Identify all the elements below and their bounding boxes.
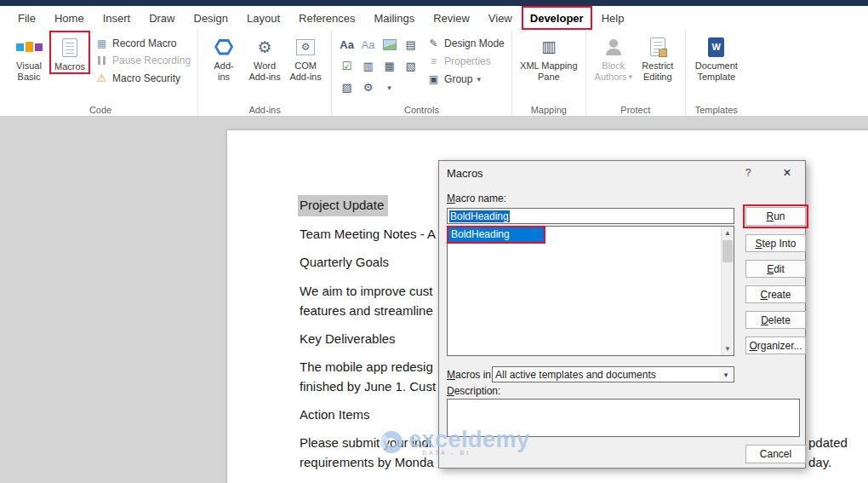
- cancel-button[interactable]: Cancel: [745, 445, 806, 463]
- create-button[interactable]: Create: [745, 285, 806, 303]
- block-authors-chevron-icon: ▾: [628, 72, 632, 83]
- watermark-brand: exceldemy: [408, 427, 530, 452]
- doc-line: The mobile app redesig: [300, 359, 433, 376]
- ribbon-group-addins: Add- ins ⚙ Word Add-ins ⚙ COM Add-ins Ad…: [198, 30, 332, 116]
- doc-heading-selected: Project Update: [300, 195, 388, 216]
- block-authors-icon: [609, 36, 618, 58]
- visual-basic-button[interactable]: Visual Basic: [9, 31, 49, 83]
- group-label-protect: Protect: [586, 105, 685, 115]
- design-mode-icon: ✎: [427, 37, 440, 49]
- date-picker-control-icon[interactable]: ▧: [401, 56, 420, 76]
- restrict-editing-icon: [650, 36, 665, 58]
- exceldemy-text: exceldemy DATA - BI: [408, 428, 530, 456]
- combo-box-control-icon[interactable]: ▥: [358, 56, 378, 76]
- tab-help[interactable]: Help: [592, 6, 634, 30]
- legacy-tools-chevron-icon[interactable]: ▾: [380, 78, 399, 97]
- tab-review[interactable]: Review: [424, 6, 479, 30]
- tab-draw[interactable]: Draw: [140, 6, 184, 30]
- dialog-help-icon[interactable]: ?: [735, 161, 761, 185]
- macro-list-scrollbar[interactable]: ▲ ▼: [721, 227, 734, 355]
- group-chevron-icon: ▾: [477, 75, 481, 83]
- restrict-editing-button[interactable]: Restrict Editing: [636, 31, 680, 83]
- checkbox-control-icon[interactable]: ☑: [337, 56, 357, 76]
- doc-line: requirements by Monda: [300, 454, 434, 471]
- xml-mapping-pane-icon: ▥: [541, 36, 556, 58]
- com-addins-label-line1: COM: [294, 60, 317, 72]
- dropdown-arrow-icon[interactable]: ▾: [719, 368, 733, 381]
- record-macro-button[interactable]: ▦ Record Macro: [95, 37, 191, 49]
- tab-mailings[interactable]: Mailings: [365, 6, 425, 30]
- macros-button[interactable]: Macros: [49, 31, 90, 74]
- plain-text-control-icon[interactable]: Aa: [358, 35, 378, 55]
- document-template-button[interactable]: Document Template: [691, 31, 742, 83]
- ribbon-group-templates: Document Template Templates: [686, 30, 747, 116]
- group-label-addins: Add-ins: [198, 105, 331, 115]
- doc-line: Action Items: [300, 406, 370, 423]
- xml-mapping-label-line2: Pane: [538, 72, 560, 83]
- addins-icon: [214, 36, 233, 58]
- macro-security-button[interactable]: ⚠ Macro Security: [95, 72, 191, 84]
- scroll-down-icon[interactable]: ▼: [722, 342, 734, 355]
- word-addins-label-line1: Word: [254, 60, 276, 72]
- macro-list[interactable]: BoldHeading ▲ ▼: [447, 226, 734, 356]
- word-window: File Home Insert Draw Design Layout Refe…: [0, 0, 868, 483]
- window-titlebar: [0, 0, 868, 6]
- macro-security-icon: ⚠: [95, 72, 108, 84]
- block-authors-button: Block Authors ▾: [591, 31, 636, 83]
- macros-in-dropdown[interactable]: All active templates and documents ▾: [492, 366, 734, 382]
- legacy-tools-icon[interactable]: ⚙: [358, 78, 378, 97]
- tab-home[interactable]: Home: [45, 6, 94, 30]
- record-macro-icon: ▦: [95, 37, 108, 49]
- dropdown-list-control-icon[interactable]: ▦: [380, 56, 399, 76]
- group-label-mapping: Mapping: [512, 105, 585, 115]
- record-macro-label: Record Macro: [112, 37, 176, 49]
- tab-references[interactable]: References: [289, 6, 364, 30]
- dialog-close-icon[interactable]: ×: [769, 161, 805, 185]
- scroll-up-icon[interactable]: ▲: [722, 227, 734, 239]
- com-addins-label-line2: Add-ins: [289, 72, 321, 83]
- tab-insert[interactable]: Insert: [94, 6, 140, 30]
- macros-dialog: Macros ? × Macro name: BoldHeading BoldH…: [438, 160, 806, 469]
- tab-view[interactable]: View: [479, 6, 522, 30]
- doc-line: We aim to improve cust: [300, 283, 432, 300]
- delete-button[interactable]: Delete: [745, 311, 806, 329]
- addins-button[interactable]: Add- ins: [203, 31, 244, 83]
- doc-line: features and streamline: [300, 302, 433, 319]
- scrollbar-thumb[interactable]: [722, 240, 733, 262]
- tab-layout[interactable]: Layout: [237, 6, 289, 30]
- rich-text-control-icon[interactable]: Aa: [337, 35, 357, 55]
- group-label-code: Code: [3, 105, 197, 115]
- macro-list-item[interactable]: BoldHeading: [448, 227, 734, 243]
- document-template-icon: [708, 36, 724, 58]
- design-mode-button[interactable]: ✎ Design Mode: [427, 37, 505, 49]
- document-area: Project Update Team Meeting Notes - A Qu…: [0, 117, 868, 483]
- exceldemy-watermark: exceldemy DATA - BI: [380, 428, 530, 456]
- word-addins-icon: ⚙: [258, 36, 272, 58]
- xml-mapping-pane-button[interactable]: ▥ XML Mapping Pane: [517, 31, 580, 83]
- addins-label-line2: ins: [218, 72, 230, 83]
- controls-right-column: ✎ Design Mode ≡ Properties ▣ Group ▾: [420, 31, 506, 85]
- building-block-gallery-icon[interactable]: ▤: [401, 35, 420, 55]
- doc-line: Quarterly Goals: [300, 254, 389, 271]
- word-addins-button[interactable]: ⚙ Word Add-ins: [244, 31, 285, 83]
- macro-name-input[interactable]: BoldHeading: [447, 208, 734, 224]
- content-controls-grid: Aa Aa ▤ ☑ ▥ ▦ ▧ ▨ ⚙ ▾: [337, 31, 420, 97]
- group-label-templates: Templates: [686, 105, 747, 115]
- picture-control-icon[interactable]: [380, 35, 399, 55]
- step-into-button[interactable]: Step Into: [745, 234, 806, 252]
- document-template-label-line1: Document: [695, 60, 738, 72]
- group-button[interactable]: ▣ Group ▾: [427, 73, 505, 85]
- block-authors-label-line1: Block: [602, 60, 625, 72]
- properties-label: Properties: [444, 55, 491, 67]
- macro-name-label: Macro name:: [447, 193, 506, 204]
- edit-button[interactable]: Edit: [745, 260, 806, 278]
- tab-developer[interactable]: Developer: [522, 6, 592, 30]
- run-button[interactable]: Run: [745, 207, 806, 226]
- tab-design[interactable]: Design: [185, 6, 237, 30]
- organizer-button[interactable]: Organizer...: [745, 336, 806, 354]
- repeating-section-control-icon[interactable]: ▨: [337, 78, 357, 97]
- ribbon-group-code: Visual Basic Macros ▦ Record Macro Pause…: [3, 30, 198, 116]
- addins-label-line1: Add-: [214, 60, 233, 72]
- tab-file[interactable]: File: [9, 6, 45, 30]
- com-addins-button[interactable]: ⚙ COM Add-ins: [285, 31, 326, 83]
